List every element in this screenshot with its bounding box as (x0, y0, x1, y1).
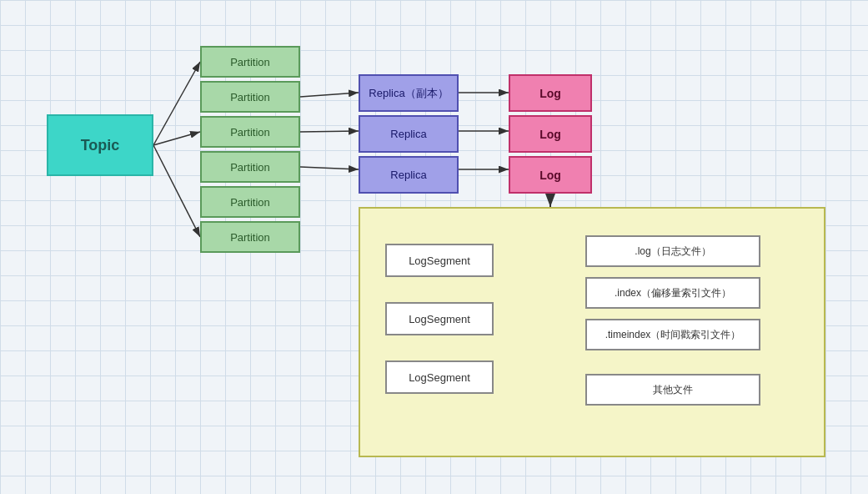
log-group: Log Log Log (509, 74, 592, 197)
partition-box-0: Partition (200, 46, 300, 78)
log-box-2: Log (509, 156, 592, 194)
log-box-0: Log (509, 74, 592, 112)
partition-group: Partition Partition Partition Partition … (200, 46, 300, 256)
svg-line-2 (153, 132, 200, 145)
replica-group: Replica（副本） Replica Replica (359, 74, 459, 197)
svg-line-6 (300, 167, 359, 169)
svg-line-5 (300, 131, 359, 132)
filetype-box-3: 其他文件 (585, 374, 760, 406)
replica-box-0: Replica（副本） (359, 74, 459, 112)
replica-box-2: Replica (359, 156, 459, 194)
svg-line-3 (153, 145, 200, 237)
logsegment-box-2: LogSegment (385, 360, 494, 394)
partition-box-1: Partition (200, 81, 300, 113)
logsegment-box-1: LogSegment (385, 302, 494, 335)
partition-box-4: Partition (200, 186, 300, 218)
log-detail-container: LogSegment LogSegment LogSegment .log（日志… (359, 207, 825, 457)
filetype-box-1: .index（偏移量索引文件） (585, 277, 760, 309)
partition-box-3: Partition (200, 151, 300, 183)
logsegment-box-0: LogSegment (385, 244, 494, 277)
diagram-container: Topic Partition Partition Partition Part… (0, 0, 868, 494)
filetype-box-0: .log（日志文件） (585, 235, 760, 267)
svg-line-1 (153, 62, 200, 145)
partition-box-2: Partition (200, 116, 300, 148)
topic-box: Topic (47, 114, 153, 176)
partition-box-5: Partition (200, 221, 300, 253)
replica-box-1: Replica (359, 115, 459, 153)
svg-line-4 (300, 93, 359, 97)
filetype-box-2: .timeindex（时间戳索引文件） (585, 319, 760, 350)
log-box-1: Log (509, 115, 592, 153)
